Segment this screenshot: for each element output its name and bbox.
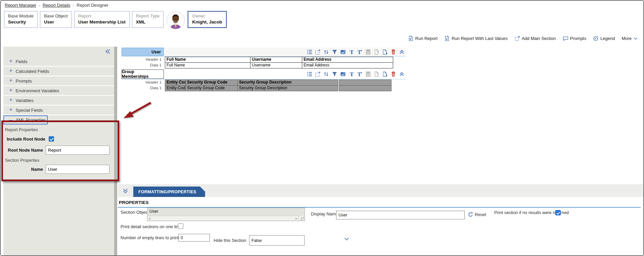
collapse-panel-icon[interactable] — [123, 188, 128, 194]
add-page-icon[interactable] — [382, 71, 388, 77]
hide-section-dropdown-icon[interactable] — [344, 236, 350, 242]
prompts-button[interactable]: Prompts — [563, 36, 586, 41]
resize-grip-icon[interactable] — [298, 216, 304, 220]
text-icon[interactable] — [349, 49, 354, 55]
remove-page-icon[interactable] — [374, 71, 379, 77]
section-tag-user[interactable]: User — [122, 48, 164, 56]
add-page-icon[interactable] — [382, 49, 388, 55]
sidebar-item-environment-variables[interactable]: Environment Variables — [3, 86, 114, 96]
section-tag-group-memberships[interactable]: Group Memberships — [122, 69, 164, 79]
grid-cell[interactable]: Security Group Code — [185, 85, 238, 91]
add-main-section-label: Add Main Section — [522, 36, 556, 41]
print-no-results-checkbox[interactable] — [555, 210, 561, 215]
hide-section-input[interactable] — [249, 235, 305, 246]
sidebar-item-xml-properties[interactable]: XML Properties — [3, 115, 48, 124]
grid-cell[interactable]: Entity Code — [165, 80, 186, 86]
calculator-icon[interactable] — [365, 71, 371, 77]
add-subsection-icon[interactable] — [315, 71, 321, 77]
grid-cell[interactable]: Email Address — [302, 57, 393, 63]
grid-cell[interactable]: Username — [250, 62, 302, 68]
sidebar-item-prompts[interactable]: Prompts — [3, 76, 114, 86]
run-report-button[interactable]: Run Report — [408, 36, 438, 41]
grid-cell[interactable]: Email Address — [302, 62, 393, 68]
section-object-label: Section Object — [121, 210, 149, 215]
add-text-icon[interactable] — [357, 71, 363, 77]
list-details-icon[interactable] — [307, 49, 312, 55]
add-subsection-icon[interactable] — [315, 49, 321, 55]
grid-cell[interactable]: Security Group Code — [185, 80, 238, 86]
grid-cell-empty[interactable] — [339, 80, 392, 86]
root-node-name-input[interactable] — [46, 146, 109, 155]
remove-page-icon[interactable] — [374, 49, 379, 55]
legend-button[interactable]: Legend — [593, 36, 615, 41]
add-section-icon — [514, 36, 520, 41]
grid-cell[interactable]: Security Group Description — [237, 85, 338, 91]
add-text-icon[interactable] — [357, 49, 363, 55]
card-label: Report Type — [136, 13, 160, 18]
image-icon[interactable] — [340, 49, 346, 55]
formatting-tab-strip: FORMATTING/PROPERTIES — [118, 185, 643, 197]
sidebar-item-variables[interactable]: Variables — [3, 96, 114, 106]
breadcrumb: Report Manager Report Details Report Des… — [1, 1, 643, 10]
grid-cell[interactable]: Security Group Description — [237, 80, 338, 86]
display-name-label: Display Name — [311, 211, 338, 216]
scroll-right-icon[interactable]: ▸ — [295, 217, 297, 220]
card-base-module[interactable]: Base Module Security — [4, 11, 38, 28]
add-main-section-button[interactable]: Add Main Section — [514, 36, 556, 41]
sidebar-scrollbar[interactable] — [114, 47, 117, 255]
expand-plus-icon — [9, 107, 13, 113]
sidebar-item-special-fields[interactable]: Special Fields — [3, 106, 114, 115]
print-detail-checkbox[interactable] — [178, 223, 183, 229]
sidebar-item-label: Calculated Fields — [16, 69, 49, 74]
more-button[interactable]: More — [622, 36, 638, 41]
card-report[interactable]: Report User Membership List — [74, 11, 130, 28]
breadcrumb-report-details[interactable]: Report Details — [43, 3, 70, 8]
reset-button[interactable]: Reset — [468, 212, 486, 217]
image-icon[interactable] — [340, 71, 346, 77]
expand-plus-icon — [9, 59, 13, 64]
collapse-section-icon[interactable] — [399, 71, 405, 77]
breadcrumb-report-manager[interactable]: Report Manager — [5, 3, 36, 8]
sidebar-item-label: XML Properties — [16, 117, 46, 122]
sort-icon[interactable] — [323, 71, 329, 77]
delete-section-icon[interactable] — [390, 49, 396, 55]
collapse-section-icon[interactable] — [399, 49, 405, 55]
sort-icon[interactable] — [323, 49, 329, 55]
scroll-left-icon[interactable]: ◂ — [149, 217, 150, 220]
grid-cell-empty[interactable] — [339, 85, 392, 91]
grid-cell[interactable]: Entity Code — [165, 85, 186, 91]
grid-cell[interactable]: Full Name — [165, 57, 250, 63]
include-root-node-checkbox[interactable] — [49, 136, 54, 142]
row-label: Data 1 — [122, 62, 164, 68]
list-details-icon[interactable] — [307, 71, 312, 77]
text-icon[interactable] — [349, 71, 354, 77]
sidebar-item-label: Fields — [16, 59, 28, 64]
report-designer-grid: User Header 1 Full Name Username — [122, 48, 406, 91]
section-name-row: Name — [3, 165, 114, 174]
empty-lines-input[interactable] — [178, 234, 210, 242]
more-label: More — [622, 36, 632, 41]
display-name-input[interactable] — [336, 211, 465, 219]
calculator-icon[interactable] — [365, 49, 371, 55]
section-name-input[interactable] — [46, 165, 109, 174]
card-value: XML — [136, 19, 160, 24]
filter-icon[interactable] — [332, 71, 337, 77]
card-base-object[interactable]: Base Object User — [40, 11, 72, 28]
grid-cell[interactable]: Username — [250, 57, 302, 63]
card-report-type[interactable]: Report Type XML — [132, 11, 164, 28]
sidebar-item-fields[interactable]: Fields — [3, 57, 114, 67]
card-label: Base Module — [8, 13, 34, 18]
chevron-right-icon — [39, 2, 40, 8]
sidebar-item-calculated-fields[interactable]: Calculated Fields — [3, 67, 114, 76]
sidebar-item-label: Environment Variables — [16, 88, 59, 93]
grid-cell[interactable]: Full Name — [165, 62, 250, 68]
user-data-row: Data 1 Full Name Username Email Address — [122, 62, 406, 68]
section-object-scrollbar[interactable]: ◂▸ — [148, 216, 298, 220]
card-owner[interactable]: Owner Knight, Jacob — [188, 11, 226, 28]
delete-section-icon[interactable] — [390, 71, 396, 77]
filter-icon[interactable] — [332, 49, 337, 55]
card-label: Owner — [192, 13, 222, 18]
run-report-last-values-button[interactable]: Run Report With Last Values — [444, 36, 508, 41]
collapse-sidebar-icon[interactable] — [105, 49, 110, 54]
tab-formatting-properties[interactable]: FORMATTING/PROPERTIES — [133, 187, 205, 197]
